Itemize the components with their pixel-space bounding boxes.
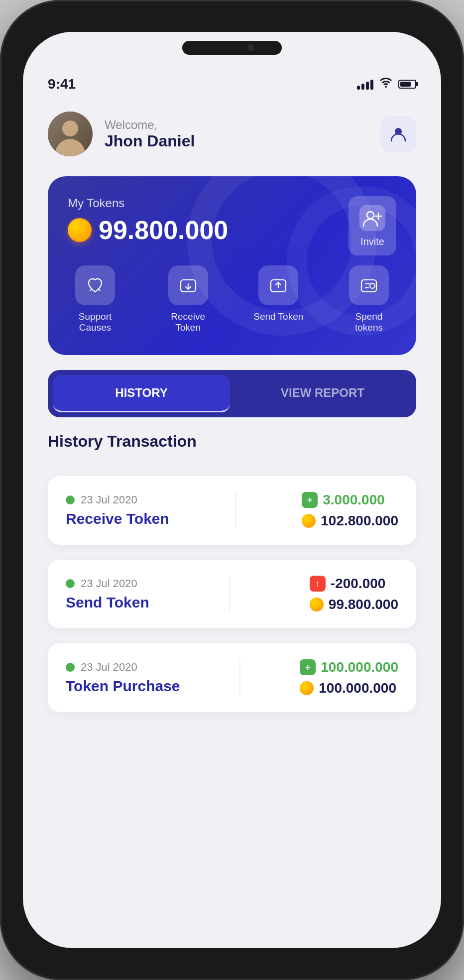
person-icon <box>389 125 407 143</box>
tx-change: -200.000 <box>331 576 386 592</box>
transaction-card: 23 Jul 2020 Receive Token + 3.000.000 10… <box>48 476 416 545</box>
tx-balance: 100.000.000 <box>319 680 396 696</box>
notch <box>182 41 282 55</box>
tab-report[interactable]: VIEW REPORT <box>234 375 411 412</box>
support-causes-label: Support Causes <box>68 311 122 333</box>
history-title: History Transaction <box>48 432 416 451</box>
status-time: 9:41 <box>48 76 76 92</box>
coin-icon <box>68 218 92 242</box>
transaction-card: 23 Jul 2020 Token Purchase + 100.000.000… <box>48 643 416 712</box>
tx-badge: + <box>300 659 316 675</box>
spend-icon <box>358 275 379 296</box>
tx-name: Receive Token <box>66 510 169 527</box>
status-dot <box>66 579 75 588</box>
tx-change: 100.000.000 <box>321 659 398 675</box>
tx-date: 23 Jul 2020 <box>81 661 137 674</box>
tx-date: 23 Jul 2020 <box>81 577 137 590</box>
status-dot <box>66 663 75 672</box>
wifi-icon <box>379 78 392 91</box>
welcome-text: Welcome, <box>105 118 195 132</box>
send-token-button[interactable]: Send Token <box>253 265 303 333</box>
status-icons <box>357 78 416 91</box>
token-amount: 99.800.000 <box>99 215 228 245</box>
tx-badge: ↑ <box>310 576 326 592</box>
avatar <box>48 112 93 156</box>
coin-icon-small <box>310 598 324 612</box>
phone-screen: 9:41 <box>23 32 441 948</box>
header: Welcome, Jhon Daniel <box>48 107 416 161</box>
tx-name: Send Token <box>66 594 149 611</box>
actions-row: Support Causes Receive Token <box>68 265 396 333</box>
status-bar: 9:41 <box>23 72 441 97</box>
tx-change: 3.000.000 <box>323 492 385 508</box>
spend-tokens-label: Spend tokens <box>342 311 396 333</box>
send-token-label: Send Token <box>253 311 303 322</box>
svg-rect-7 <box>361 280 376 292</box>
invite-button[interactable]: Invite <box>348 196 396 255</box>
camera <box>247 44 254 51</box>
tx-balance: 99.800.000 <box>329 597 398 612</box>
signal-icon <box>357 79 373 90</box>
transaction-card: 23 Jul 2020 Send Token ↑ -200.000 99.800… <box>48 560 416 628</box>
tx-balance: 102.800.000 <box>321 513 398 529</box>
notch-bar <box>23 32 441 72</box>
main-content: Welcome, Jhon Daniel My Tokens <box>23 97 441 948</box>
coin-icon-small <box>300 681 314 695</box>
tabs: HISTORY VIEW REPORT <box>48 370 416 417</box>
tx-name: Token Purchase <box>66 678 180 695</box>
tx-date: 23 Jul 2020 <box>81 493 137 506</box>
tx-badge: + <box>302 492 318 508</box>
invite-label: Invite <box>360 236 384 247</box>
svg-point-8 <box>370 283 375 288</box>
add-person-icon <box>359 205 385 231</box>
tab-history[interactable]: HISTORY <box>53 375 230 412</box>
user-name: Jhon Daniel <box>105 132 195 150</box>
support-causes-button[interactable]: Support Causes <box>68 265 122 333</box>
token-card: My Tokens 99.800.000 <box>48 176 416 355</box>
battery-icon <box>398 80 416 89</box>
spend-tokens-button[interactable]: Spend tokens <box>342 265 396 333</box>
profile-button[interactable] <box>380 116 416 152</box>
receive-icon <box>178 275 199 296</box>
receive-token-label: Receive Token <box>161 311 216 333</box>
coin-icon-small <box>302 514 316 528</box>
history-section: History Transaction <box>48 432 416 451</box>
history-divider <box>48 461 416 461</box>
status-dot <box>66 495 75 504</box>
heart-hands-icon <box>85 275 106 296</box>
send-icon <box>268 275 289 296</box>
token-label: My Tokens <box>68 196 228 210</box>
phone-frame: 9:41 <box>0 0 464 980</box>
receive-token-button[interactable]: Receive Token <box>161 265 216 333</box>
